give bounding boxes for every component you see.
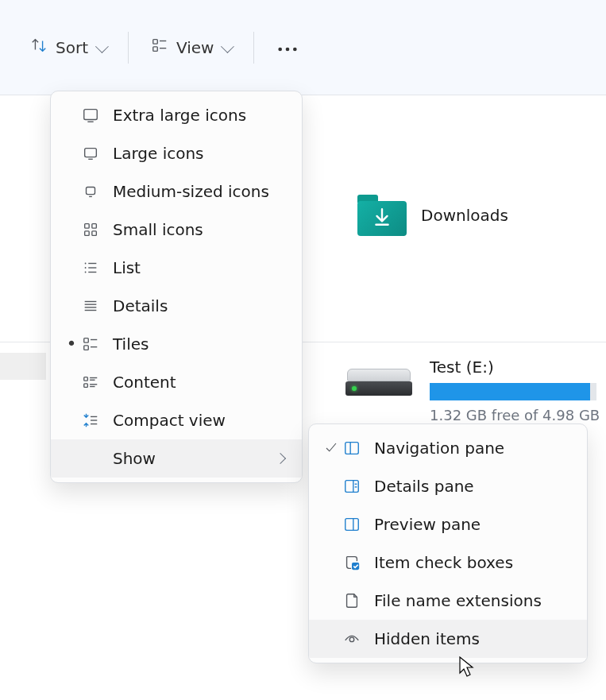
svg-rect-16: [92, 231, 97, 236]
svg-point-17: [85, 263, 87, 265]
selected-dot-icon: •: [64, 335, 79, 353]
svg-rect-0: [153, 40, 158, 44]
menu-item-content[interactable]: Content: [51, 363, 302, 401]
submenu-item-label: File name extensions: [374, 591, 574, 610]
compact-view-icon: [79, 412, 102, 429]
submenu-item-details-pane[interactable]: Details pane: [309, 467, 587, 505]
menu-item-label: Details: [113, 296, 289, 315]
chevron-down-icon: [95, 40, 109, 53]
submenu-item-file-name-extensions[interactable]: File name extensions: [309, 582, 587, 620]
svg-rect-34: [84, 384, 88, 388]
svg-rect-14: [92, 224, 97, 229]
menu-item-large-icons[interactable]: Large icons: [51, 134, 302, 172]
svg-rect-40: [345, 443, 359, 454]
show-submenu: Navigation pane Details pane Preview pan…: [308, 423, 588, 663]
submenu-item-preview-pane[interactable]: Preview pane: [309, 505, 587, 543]
menu-item-label: Tiles: [113, 335, 289, 354]
svg-point-6: [293, 47, 297, 51]
svg-rect-13: [85, 224, 90, 229]
content-icon: [79, 373, 102, 391]
svg-rect-46: [345, 519, 359, 531]
tile-downloads[interactable]: Downloads: [357, 195, 508, 236]
drive-name: Test (E:): [430, 358, 600, 377]
drive-free-text: 1.32 GB free of 4.98 GB: [430, 407, 600, 423]
menu-item-label: List: [113, 258, 289, 277]
menu-item-label: Show: [113, 449, 276, 468]
menu-item-small-icons[interactable]: Small icons: [51, 211, 302, 249]
downloads-folder-icon: [357, 195, 407, 236]
small-icons-icon: [79, 221, 102, 238]
menu-item-label: Compact view: [113, 411, 289, 430]
svg-point-19: [85, 267, 87, 269]
svg-point-21: [85, 272, 87, 273]
svg-rect-15: [85, 231, 90, 236]
svg-rect-48: [352, 563, 359, 570]
medium-icons-icon: [79, 183, 102, 200]
menu-item-label: Small icons: [113, 220, 289, 239]
file-name-extensions-icon: [341, 592, 363, 609]
tile-label: Downloads: [421, 206, 508, 225]
drive-usage-fill: [430, 383, 590, 400]
menu-item-label: Large icons: [113, 144, 289, 163]
svg-rect-42: [345, 481, 359, 493]
toolbar: Sort View: [0, 0, 606, 95]
menu-item-show[interactable]: Show: [51, 439, 302, 478]
list-icon: [79, 259, 102, 277]
view-button-label: View: [176, 38, 214, 57]
hidden-items-icon: [341, 630, 363, 648]
submenu-item-label: Item check boxes: [374, 553, 574, 572]
preview-pane-icon: [341, 516, 363, 533]
submenu-item-label: Details pane: [374, 477, 574, 496]
check-icon: [322, 441, 341, 455]
chevron-down-icon: [221, 40, 234, 53]
item-check-boxes-icon: [341, 554, 363, 571]
drive-info: Test (E:) 1.32 GB free of 4.98 GB: [430, 358, 600, 423]
view-menu: Extra large icons Large icons Medium-siz…: [50, 91, 303, 483]
view-button[interactable]: View: [140, 30, 242, 64]
navigation-pane-icon: [341, 439, 363, 457]
more-icon: [276, 38, 299, 57]
svg-rect-27: [84, 338, 89, 343]
toolbar-separator: [128, 32, 129, 64]
svg-point-49: [349, 637, 354, 642]
menu-item-label: Medium-sized icons: [113, 182, 289, 201]
submenu-item-item-check-boxes[interactable]: Item check boxes: [309, 543, 587, 582]
submenu-item-label: Hidden items: [374, 629, 574, 648]
svg-rect-11: [87, 188, 95, 195]
svg-rect-29: [84, 346, 89, 350]
row-hover-fragment: [0, 353, 46, 380]
sort-icon: [30, 37, 48, 58]
menu-item-tiles[interactable]: • Tiles: [51, 325, 302, 363]
menu-item-details[interactable]: Details: [51, 287, 302, 325]
menu-item-compact-view[interactable]: Compact view: [51, 401, 302, 439]
chevron-right-icon: [275, 453, 286, 464]
svg-point-5: [286, 47, 290, 51]
menu-item-list[interactable]: List: [51, 249, 302, 287]
menu-item-extra-large-icons[interactable]: Extra large icons: [51, 96, 302, 134]
menu-item-label: Content: [113, 373, 289, 392]
submenu-item-label: Preview pane: [374, 515, 574, 534]
submenu-item-hidden-items[interactable]: Hidden items: [309, 620, 587, 658]
svg-rect-1: [153, 47, 158, 52]
submenu-item-navigation-pane[interactable]: Navigation pane: [309, 429, 587, 467]
details-pane-icon: [341, 478, 363, 495]
submenu-item-label: Navigation pane: [374, 439, 574, 458]
drive-icon: [345, 369, 412, 396]
drive-usage-bar: [430, 383, 596, 400]
details-icon: [79, 297, 102, 315]
extra-large-icons-icon: [79, 106, 102, 124]
menu-item-medium-icons[interactable]: Medium-sized icons: [51, 172, 302, 211]
svg-rect-7: [84, 110, 98, 120]
more-button[interactable]: [265, 32, 310, 64]
svg-rect-9: [85, 149, 97, 157]
sort-button[interactable]: Sort: [19, 30, 117, 64]
tile-drive-test[interactable]: Test (E:) 1.32 GB free of 4.98 GB: [345, 358, 600, 423]
toolbar-separator: [253, 32, 254, 64]
menu-item-label: Extra large icons: [113, 106, 289, 125]
view-icon: [151, 37, 168, 58]
sort-button-label: Sort: [56, 38, 88, 57]
large-icons-icon: [79, 145, 102, 162]
svg-rect-31: [84, 377, 88, 381]
svg-point-4: [279, 47, 283, 51]
tiles-icon: [79, 335, 102, 353]
